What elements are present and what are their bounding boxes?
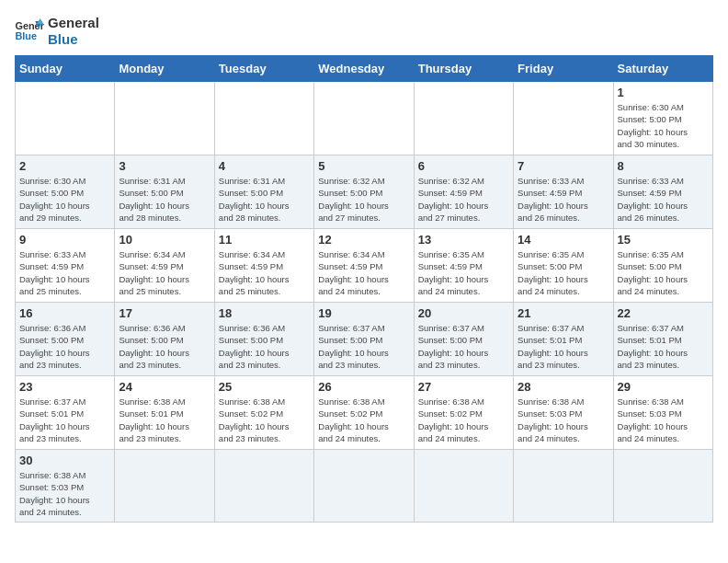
day-info: Sunrise: 6:38 AM Sunset: 5:01 PM Dayligh… xyxy=(119,396,210,444)
calendar-cell xyxy=(314,450,414,523)
day-info: Sunrise: 6:34 AM Sunset: 4:59 PM Dayligh… xyxy=(219,248,310,297)
day-number: 16 xyxy=(19,306,110,320)
calendar-cell: 22Sunrise: 6:37 AM Sunset: 5:01 PM Dayli… xyxy=(613,303,712,376)
calendar-cell: 10Sunrise: 6:34 AM Sunset: 4:59 PM Dayli… xyxy=(115,229,214,303)
week-row-6: 30Sunrise: 6:38 AM Sunset: 5:03 PM Dayli… xyxy=(16,450,713,523)
day-info: Sunrise: 6:37 AM Sunset: 5:01 PM Dayligh… xyxy=(19,396,110,444)
day-info: Sunrise: 6:38 AM Sunset: 5:02 PM Dayligh… xyxy=(219,396,310,444)
day-info: Sunrise: 6:34 AM Sunset: 4:59 PM Dayligh… xyxy=(119,248,210,297)
calendar-cell xyxy=(214,82,313,155)
day-number: 10 xyxy=(119,233,210,247)
calendar-cell: 23Sunrise: 6:37 AM Sunset: 5:01 PM Dayli… xyxy=(16,376,115,450)
day-number: 17 xyxy=(119,306,210,320)
day-number: 23 xyxy=(19,380,110,394)
day-number: 2 xyxy=(19,159,110,173)
header-saturday: Saturday xyxy=(613,56,712,82)
calendar-cell xyxy=(514,82,613,155)
calendar-cell: 12Sunrise: 6:34 AM Sunset: 4:59 PM Dayli… xyxy=(314,229,414,303)
day-info: Sunrise: 6:37 AM Sunset: 5:00 PM Dayligh… xyxy=(418,322,509,371)
day-number: 4 xyxy=(219,159,310,173)
day-number: 7 xyxy=(518,159,609,173)
day-number: 28 xyxy=(518,380,609,394)
day-info: Sunrise: 6:31 AM Sunset: 5:00 PM Dayligh… xyxy=(219,175,310,224)
day-info: Sunrise: 6:37 AM Sunset: 5:01 PM Dayligh… xyxy=(518,322,609,371)
day-info: Sunrise: 6:36 AM Sunset: 5:00 PM Dayligh… xyxy=(119,322,210,371)
day-number: 12 xyxy=(318,233,409,247)
calendar-cell: 26Sunrise: 6:38 AM Sunset: 5:02 PM Dayli… xyxy=(314,376,414,450)
day-info: Sunrise: 6:31 AM Sunset: 5:00 PM Dayligh… xyxy=(119,175,210,224)
day-info: Sunrise: 6:32 AM Sunset: 4:59 PM Dayligh… xyxy=(418,175,509,224)
calendar-cell: 30Sunrise: 6:38 AM Sunset: 5:03 PM Dayli… xyxy=(16,450,115,523)
day-number: 15 xyxy=(618,233,709,247)
week-row-1: 1Sunrise: 6:30 AM Sunset: 5:00 PM Daylig… xyxy=(16,82,713,155)
calendar-cell: 27Sunrise: 6:38 AM Sunset: 5:02 PM Dayli… xyxy=(414,376,513,450)
day-info: Sunrise: 6:30 AM Sunset: 5:00 PM Dayligh… xyxy=(19,175,110,224)
day-number: 11 xyxy=(219,233,310,247)
day-number: 20 xyxy=(418,306,509,320)
day-info: Sunrise: 6:35 AM Sunset: 5:00 PM Dayligh… xyxy=(518,248,609,297)
header-thursday: Thursday xyxy=(414,56,513,82)
day-info: Sunrise: 6:38 AM Sunset: 5:02 PM Dayligh… xyxy=(318,396,409,444)
day-info: Sunrise: 6:37 AM Sunset: 5:01 PM Dayligh… xyxy=(618,322,709,371)
week-row-3: 9Sunrise: 6:33 AM Sunset: 4:59 PM Daylig… xyxy=(16,229,713,303)
calendar-cell xyxy=(613,450,712,523)
calendar-cell: 1Sunrise: 6:30 AM Sunset: 5:00 PM Daylig… xyxy=(613,82,712,155)
day-info: Sunrise: 6:36 AM Sunset: 5:00 PM Dayligh… xyxy=(219,322,310,371)
calendar-cell: 2Sunrise: 6:30 AM Sunset: 5:00 PM Daylig… xyxy=(16,155,115,229)
calendar-cell: 25Sunrise: 6:38 AM Sunset: 5:02 PM Dayli… xyxy=(214,376,313,450)
header-wednesday: Wednesday xyxy=(314,56,414,82)
calendar-cell: 28Sunrise: 6:38 AM Sunset: 5:03 PM Dayli… xyxy=(514,376,613,450)
calendar-cell xyxy=(115,82,214,155)
day-number: 13 xyxy=(418,233,509,247)
week-row-5: 23Sunrise: 6:37 AM Sunset: 5:01 PM Dayli… xyxy=(16,376,713,450)
day-info: Sunrise: 6:37 AM Sunset: 5:00 PM Dayligh… xyxy=(318,322,409,371)
day-info: Sunrise: 6:38 AM Sunset: 5:03 PM Dayligh… xyxy=(19,469,110,518)
day-number: 19 xyxy=(318,306,409,320)
calendar-cell xyxy=(16,82,115,155)
calendar-cell xyxy=(314,82,414,155)
calendar-cell: 14Sunrise: 6:35 AM Sunset: 5:00 PM Dayli… xyxy=(514,229,613,303)
calendar-cell: 3Sunrise: 6:31 AM Sunset: 5:00 PM Daylig… xyxy=(115,155,214,229)
calendar-cell: 13Sunrise: 6:35 AM Sunset: 4:59 PM Dayli… xyxy=(414,229,513,303)
day-info: Sunrise: 6:35 AM Sunset: 5:00 PM Dayligh… xyxy=(618,248,709,297)
day-number: 8 xyxy=(618,159,709,173)
day-number: 27 xyxy=(418,380,509,394)
day-number: 29 xyxy=(618,380,709,394)
day-info: Sunrise: 6:33 AM Sunset: 4:59 PM Dayligh… xyxy=(19,248,110,297)
day-info: Sunrise: 6:33 AM Sunset: 4:59 PM Dayligh… xyxy=(618,175,709,224)
calendar-cell xyxy=(214,450,313,523)
calendar-cell: 17Sunrise: 6:36 AM Sunset: 5:00 PM Dayli… xyxy=(115,303,214,376)
day-number: 21 xyxy=(518,306,609,320)
calendar-cell: 18Sunrise: 6:36 AM Sunset: 5:00 PM Dayli… xyxy=(214,303,313,376)
svg-text:Blue: Blue xyxy=(15,30,37,41)
calendar-table: SundayMondayTuesdayWednesdayThursdayFrid… xyxy=(15,55,713,523)
day-number: 30 xyxy=(19,454,110,467)
calendar-cell: 7Sunrise: 6:33 AM Sunset: 4:59 PM Daylig… xyxy=(514,155,613,229)
day-number: 26 xyxy=(318,380,409,394)
day-number: 9 xyxy=(19,233,110,247)
calendar-cell: 20Sunrise: 6:37 AM Sunset: 5:00 PM Dayli… xyxy=(414,303,513,376)
day-number: 18 xyxy=(219,306,310,320)
day-info: Sunrise: 6:38 AM Sunset: 5:02 PM Dayligh… xyxy=(418,396,509,444)
day-info: Sunrise: 6:32 AM Sunset: 5:00 PM Dayligh… xyxy=(318,175,409,224)
day-info: Sunrise: 6:33 AM Sunset: 4:59 PM Dayligh… xyxy=(518,175,609,224)
header-friday: Friday xyxy=(514,56,613,82)
calendar-cell: 9Sunrise: 6:33 AM Sunset: 4:59 PM Daylig… xyxy=(16,229,115,303)
day-number: 25 xyxy=(219,380,310,394)
calendar-cell: 11Sunrise: 6:34 AM Sunset: 4:59 PM Dayli… xyxy=(214,229,313,303)
calendar-cell: 19Sunrise: 6:37 AM Sunset: 5:00 PM Dayli… xyxy=(314,303,414,376)
calendar-cell: 15Sunrise: 6:35 AM Sunset: 5:00 PM Dayli… xyxy=(613,229,712,303)
calendar-cell xyxy=(115,450,214,523)
calendar-cell: 5Sunrise: 6:32 AM Sunset: 5:00 PM Daylig… xyxy=(314,155,414,229)
calendar-cell: 21Sunrise: 6:37 AM Sunset: 5:01 PM Dayli… xyxy=(514,303,613,376)
logo: General Blue General Blue xyxy=(15,15,99,48)
header-tuesday: Tuesday xyxy=(214,56,313,82)
calendar-cell: 24Sunrise: 6:38 AM Sunset: 5:01 PM Dayli… xyxy=(115,376,214,450)
week-row-2: 2Sunrise: 6:30 AM Sunset: 5:00 PM Daylig… xyxy=(16,155,713,229)
day-number: 5 xyxy=(318,159,409,173)
day-number: 1 xyxy=(618,86,709,99)
logo-icon: General Blue xyxy=(15,18,44,44)
calendar-cell: 29Sunrise: 6:38 AM Sunset: 5:03 PM Dayli… xyxy=(613,376,712,450)
calendar-header-row: SundayMondayTuesdayWednesdayThursdayFrid… xyxy=(16,56,713,82)
week-row-4: 16Sunrise: 6:36 AM Sunset: 5:00 PM Dayli… xyxy=(16,303,713,376)
